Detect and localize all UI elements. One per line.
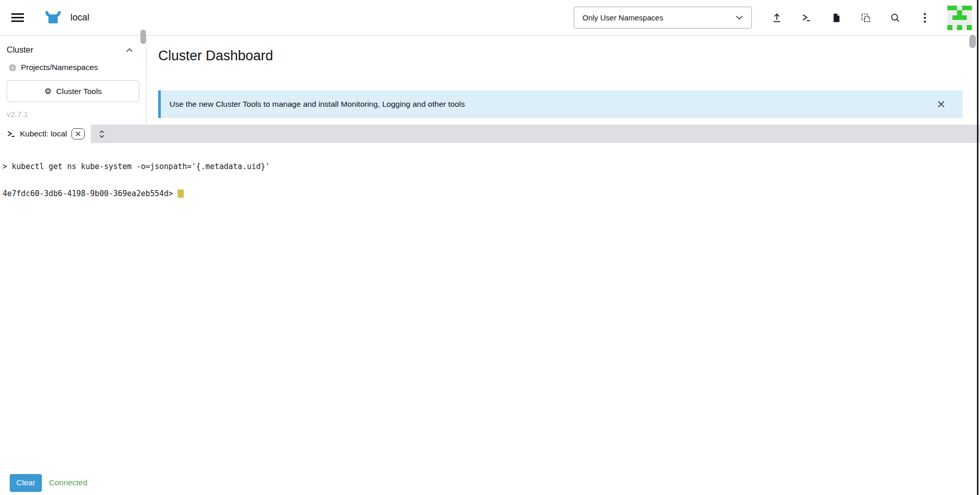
globe-icon <box>9 64 16 72</box>
close-icon[interactable] <box>937 100 945 108</box>
sidebar-section-cluster[interactable]: Cluster <box>0 42 146 58</box>
terminal-command-line: > kubectl get ns kube-system -o=jsonpath… <box>3 162 980 172</box>
namespace-filter-value: Only User Namespaces <box>582 13 663 22</box>
namespace-filter-dropdown[interactable]: Only User Namespaces <box>574 7 752 29</box>
main-scrollbar-thumb[interactable] <box>969 35 976 48</box>
rancher-logo-icon[interactable] <box>44 10 62 26</box>
version-label: v2.7.1 <box>7 110 139 119</box>
page-title: Cluster Dashboard <box>158 48 980 64</box>
tab-close-button[interactable] <box>71 128 85 139</box>
info-banner-text: Use the new Cluster Tools to manage and … <box>169 100 465 109</box>
terminal-panel: Kubectl: local > kubectl get ns kube-sys… <box>0 125 980 495</box>
sidebar-item-projects-namespaces[interactable]: Projects/Namespaces <box>0 58 146 77</box>
shell-icon[interactable] <box>800 12 813 24</box>
file-icon[interactable] <box>830 12 842 24</box>
tab-kubectl-local[interactable]: Kubectl: local <box>0 125 91 143</box>
top-bar: local Only User Namespaces <box>0 0 980 36</box>
main-content: Cluster Dashboard Use the new Cluster To… <box>146 36 980 125</box>
cluster-tools-label: Cluster Tools <box>56 87 102 96</box>
snapshot-icon[interactable] <box>860 12 872 24</box>
gear-icon: ⚙ <box>44 87 52 96</box>
chevron-down-icon <box>736 15 743 20</box>
terminal[interactable]: > kubectl get ns kube-system -o=jsonpath… <box>0 143 980 470</box>
terminal-footer: Clear Connected <box>0 470 980 495</box>
connection-status: Connected <box>49 478 87 487</box>
upload-icon[interactable] <box>771 12 783 24</box>
content-row: Cluster Projects/Namespaces ⚙ Cluster To… <box>0 36 980 125</box>
sidebar-item-label: Projects/Namespaces <box>21 63 98 72</box>
window-edge <box>977 0 978 495</box>
chevron-up-icon <box>126 48 133 52</box>
user-avatar[interactable] <box>947 6 972 30</box>
terminal-cursor <box>178 190 184 198</box>
sidebar: Cluster Projects/Namespaces ⚙ Cluster To… <box>0 36 146 125</box>
tab-label: Kubectl: local <box>20 129 67 138</box>
search-icon[interactable] <box>889 12 901 24</box>
hamburger-menu-icon[interactable] <box>11 13 24 22</box>
info-banner: Use the new Cluster Tools to manage and … <box>158 90 963 118</box>
cluster-name: local <box>70 12 89 23</box>
tab-list-unfold-icon[interactable] <box>91 125 112 143</box>
kebab-menu-icon[interactable] <box>919 12 931 24</box>
cluster-tools-button[interactable]: ⚙ Cluster Tools <box>7 80 139 102</box>
terminal-prompt-icon <box>7 130 15 138</box>
clear-button[interactable]: Clear <box>10 474 42 492</box>
terminal-output-line: 4e7fdc60-3db6-4198-9b00-369ea2eb554d> <box>3 190 980 199</box>
sidebar-scrollbar-thumb[interactable] <box>140 30 146 44</box>
top-bar-actions: Only User Namespaces <box>574 6 972 30</box>
sidebar-section-label: Cluster <box>7 45 33 55</box>
terminal-tab-bar: Kubectl: local <box>0 125 980 143</box>
